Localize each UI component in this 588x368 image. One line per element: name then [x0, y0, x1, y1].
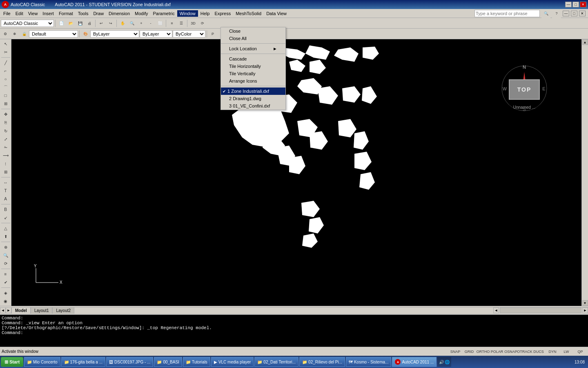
keyword-search[interactable] [474, 10, 540, 17]
extra2-btn[interactable]: ◉ [1, 297, 11, 305]
tab-layout2[interactable]: Layout2 [52, 307, 74, 314]
mtext-btn[interactable]: A [1, 195, 11, 203]
taskbar-02rilievo[interactable]: 📁 02_Rilievo del Pi... [299, 357, 345, 367]
undo-btn[interactable]: ↩ [97, 19, 106, 28]
inner-max-button[interactable]: □ [571, 11, 577, 16]
polyline-btn[interactable]: ⌐ [1, 67, 11, 75]
menu-parametric[interactable]: Parametric [150, 10, 177, 17]
layer-freeze-btn[interactable]: ❄ [10, 29, 19, 38]
taskbar-autocad[interactable]: A AutoCAD 2011 ... [392, 357, 437, 367]
h-scrollbar-thumb[interactable] [500, 307, 581, 313]
panzoom-btn[interactable]: 🔍 [1, 251, 11, 259]
ducs-btn[interactable]: DUCS [532, 347, 545, 356]
taskbar-mio-concerto[interactable]: 📁 Mio Concerto [24, 357, 60, 367]
menu-format[interactable]: Format [56, 10, 76, 17]
insert-btn[interactable]: ↙ [1, 214, 11, 222]
zoom-ext-btn[interactable]: ⬜ [156, 19, 165, 28]
maximize-button[interactable]: □ [572, 2, 579, 7]
tab-scroll-right[interactable]: ► [6, 307, 11, 313]
inner-close-button[interactable]: ✕ [579, 11, 586, 16]
h-scroll-left[interactable]: ◄ [493, 307, 499, 313]
line-btn[interactable]: ╱ [1, 59, 11, 67]
layer-combo[interactable]: Default [29, 30, 78, 38]
taskbar-02dati[interactable]: 📁 02_Dati Territori... [254, 357, 298, 367]
close-button[interactable]: ✕ [580, 2, 586, 7]
viewcube[interactable]: N S E W TOP Unnamed ... [500, 64, 549, 133]
taskbar-tutorials[interactable]: 📁 Tutorials [183, 357, 210, 367]
3dface-btn[interactable]: △ [1, 224, 11, 232]
wm-confini[interactable]: 3 01_VE_Confini.dxf [221, 102, 285, 110]
layer-manager-btn[interactable]: ⚙ [1, 29, 10, 38]
wm-cascade[interactable]: Cascade [221, 55, 285, 63]
tab-layout1[interactable]: Layout1 [31, 307, 53, 314]
pan-btn[interactable]: ✋ [118, 19, 127, 28]
polar-btn[interactable]: POLAR [491, 347, 503, 356]
open-btn[interactable]: 📂 [66, 19, 75, 28]
viewcube-top[interactable]: TOP [509, 79, 540, 100]
dim-btn[interactable]: ↔ [1, 179, 11, 186]
rotate-btn[interactable]: ↻ [1, 127, 11, 135]
menu-tools[interactable]: Tools [76, 10, 91, 17]
scroll-up-btn[interactable]: ▲ [582, 39, 588, 45]
zoom-out-btn[interactable]: - [146, 19, 155, 28]
linetype-combo[interactable]: ByLayer [140, 30, 172, 38]
scale-btn[interactable]: ⤢ [1, 135, 11, 143]
lineweight-combo[interactable]: ByColor [173, 30, 205, 38]
save-btn[interactable]: 💾 [76, 19, 85, 28]
help-icon-btn[interactable]: ? [552, 9, 561, 18]
ortho-btn[interactable]: ORTHO [477, 347, 489, 356]
properties-btn[interactable]: ≡ [1, 270, 11, 278]
erase-btn[interactable]: ✂ [1, 48, 11, 56]
layer-lock-btn[interactable]: 🔒 [20, 29, 29, 38]
snap-btn[interactable]: SNAP [449, 347, 461, 356]
print-btn[interactable]: 🖨 [85, 19, 94, 28]
menu-edit[interactable]: Edit [13, 10, 26, 17]
arc-btn[interactable]: ⌒ [1, 83, 11, 91]
menu-view[interactable]: View [26, 10, 40, 17]
wm-lock-location[interactable]: Lock Location ► [221, 45, 285, 52]
start-button[interactable]: ⊞ Start [1, 357, 23, 367]
osnap-status-btn[interactable]: OSNAP [505, 347, 517, 356]
menu-dataview[interactable]: Data View [264, 10, 289, 17]
move-btn[interactable]: ✥ [1, 110, 11, 118]
circle-btn[interactable]: ○ [1, 75, 11, 83]
menu-meshtoolid[interactable]: MeshToSolid [233, 10, 264, 17]
menu-insert[interactable]: Insert [40, 10, 56, 17]
text-btn[interactable]: T [1, 187, 11, 195]
command-area[interactable]: Command: Command: _view Enter an option … [0, 314, 588, 347]
taskbar-kosmo[interactable]: 🗺 Kosmo - Sistema... [346, 357, 391, 367]
new-btn[interactable]: 📄 [57, 19, 66, 28]
select-btn[interactable]: ↖ [1, 40, 11, 48]
lw-btn[interactable]: LW [560, 347, 572, 356]
trim-btn[interactable]: ✁ [1, 144, 11, 151]
taskbar-vlc[interactable]: ▶ VLC media player [211, 357, 254, 367]
zoom-in-btn[interactable]: + [137, 19, 146, 28]
plot-style-btn[interactable]: P [208, 29, 217, 38]
wm-close-all[interactable]: Close All [221, 35, 285, 42]
matchprop-btn[interactable]: ✔ [1, 278, 11, 286]
view3d-btn[interactable]: 3D [189, 19, 198, 28]
scroll-down-btn[interactable]: ▼ [582, 300, 588, 306]
workspace-combo[interactable]: AutoCAD Classic [1, 20, 54, 27]
taskbar-00basi[interactable]: 📁 00_BASI [154, 357, 182, 367]
offset-btn[interactable]: ⫶ [1, 160, 11, 168]
extrude-btn[interactable]: ⬆ [1, 233, 11, 240]
canvas-area[interactable]: N S E W TOP Unnamed ... [11, 39, 581, 306]
search-btn[interactable]: 🔍 [541, 9, 550, 18]
menu-dimension[interactable]: Dimension [106, 10, 132, 17]
color-btn[interactable]: 🎨 [81, 29, 90, 38]
hatch-btn[interactable]: ⊞ [1, 100, 11, 108]
wm-tile-v[interactable]: Tile Vertically [221, 70, 285, 77]
menu-file[interactable]: File [1, 10, 13, 17]
dyn-btn[interactable]: DYN [546, 347, 559, 356]
tab-model[interactable]: Model [11, 307, 31, 314]
menu-window[interactable]: Window [177, 10, 198, 17]
array-btn[interactable]: ⊞ [1, 168, 11, 176]
wm-drawing1[interactable]: 2 Drawing1.dwg [221, 95, 285, 102]
color-combo[interactable]: ByLayer [90, 30, 139, 38]
tab-scroll-left[interactable]: ◄ [0, 307, 6, 313]
zoom-btn[interactable]: 🔍 [127, 19, 136, 28]
wm-zone-industriali[interactable]: ✔ 1 Zone Industriali.dxf [221, 88, 285, 95]
redo-btn[interactable]: ↪ [106, 19, 115, 28]
qp-btn[interactable]: QP [574, 347, 586, 356]
